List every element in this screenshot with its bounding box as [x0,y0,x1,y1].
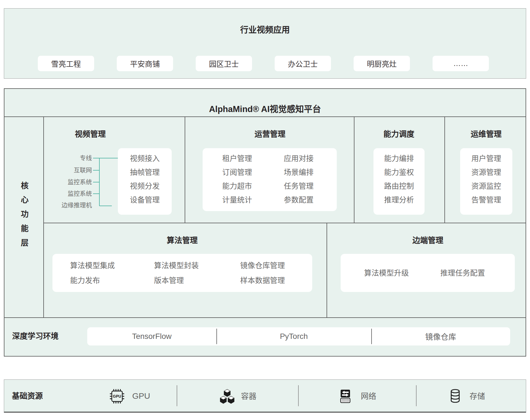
ops-mgmt-title: 运营管理 [238,129,302,139]
row-divider [43,223,526,223]
app-chip-more: …… [433,56,489,71]
ops-mgmt-item: 计量统计 [222,193,252,207]
app-chip-mingchu: 明厨亮灶 [354,56,410,71]
infra-title: 基础资源 [12,391,43,401]
ops-maint-box: 用户管理 资源管理 资源监控 告警管理 [460,148,512,215]
title-divider [4,116,526,117]
capability-sched-box: 能力编排 能力鉴权 路由控制 推理分析 [373,148,425,215]
ops-maint-item: 资源管理 [460,166,512,179]
video-source-label: 边缘推理机 [43,201,92,209]
capability-item: 推理分析 [373,193,425,207]
capability-sched-title: 能力调度 [367,129,431,139]
svg-text:GPU: GPU [113,394,121,398]
sidebar-divider [43,116,44,317]
capability-item: 路由控制 [373,179,425,193]
ops-mgmt-item: 参数配置 [284,193,314,207]
video-mgmt-title: 视频管理 [63,129,118,139]
algo-mgmt-item: 算法模型集成 [70,262,115,270]
ops-mgmt-item: 订阅管理 [222,166,252,179]
infra-divider [177,385,177,406]
core-layer-label: 核心功能层 [4,117,43,317]
edge-mgmt-box: 算法模型升级 推理任务配置 [341,254,515,292]
edge-mgmt-item: 推理任务配置 [440,269,485,277]
video-source-label: 互联网 [43,166,92,174]
ops-mgmt-item: 租户管理 [222,152,252,166]
infra-item-gpu-label: GPU [132,391,150,401]
ops-mgmt-item: 应用对接 [284,152,314,166]
infra-item-storage-label: 存储 [470,392,485,401]
app-chip-pingan: 平安商铺 [117,56,173,71]
ops-mgmt-item: 任务管理 [284,179,314,193]
container-cubes-icon [219,389,235,405]
dl-bar-divider [371,329,372,344]
capability-item: 能力编排 [373,152,425,166]
col-divider-1 [185,116,185,223]
infra-divider [298,385,299,406]
dl-env-label: 深度学习环境 [12,331,59,341]
dl-row-divider [4,317,526,318]
app-chip-xueliang: 雪亮工程 [38,56,94,71]
gpu-chip-icon: GPU [109,389,125,404]
app-chip-bangong: 办公卫士 [275,56,331,71]
industry-apps-panel: 行业视频应用 雪亮工程 平安商铺 园区卫士 办公卫士 明厨亮灶 …… [4,8,526,79]
algo-mgmt-title: 算法管理 [150,236,214,246]
infra-divider [416,385,417,406]
algo-mgmt-item: 能力发布 [70,277,100,285]
dl-env-item-registry: 镜像仓库 [371,327,510,345]
algo-mgmt-item: 样本数据管理 [240,277,285,285]
ops-maint-title: 运维管理 [454,129,518,139]
dl-bar-divider [216,329,217,344]
video-source-label: 监控系统 [43,178,92,186]
edge-mgmt-title: 边端管理 [396,236,460,246]
ops-maint-item: 资源监控 [460,179,512,193]
video-source-label: 监控系统 [43,190,92,198]
algo-mgmt-item: 镜像仓库管理 [240,262,285,270]
infra-panel: 基础资源 GPU GPU [4,379,526,413]
infra-item-network-label: 网络 [361,392,376,401]
storage-database-icon [447,389,463,404]
dl-env-bar: TensorFlow PyTorch 镜像仓库 [87,327,510,345]
capability-item: 能力鉴权 [373,166,425,179]
video-source-label: 专线 [43,154,92,162]
video-mgmt-box: 视频接入 抽帧管理 视频分发 设备管理 [118,148,172,215]
row2-col-divider [327,223,327,317]
algo-mgmt-item: 算法模型封装 [154,262,199,270]
ops-maint-item: 用户管理 [460,152,512,166]
platform-title: AlphaMind® AI视觉感知平台 [4,102,526,115]
algo-mgmt-box: 算法模型集成 算法模型封装 镜像仓库管理 能力发布 版本管理 样本数据管理 [52,254,312,292]
infra-item-container-label: 容器 [241,392,256,401]
edge-mgmt-item: 算法模型升级 [364,269,409,277]
video-mgmt-item: 抽帧管理 [118,166,172,179]
video-source-connector-lines [91,155,121,210]
video-mgmt-item: 视频接入 [118,152,172,166]
dl-env-item-pytorch: PyTorch [216,327,371,345]
dl-env-item-tensorflow: TensorFlow [87,327,216,345]
ops-mgmt-item: 能力超市 [222,179,252,193]
ops-mgmt-item: 场景编排 [284,166,314,179]
algo-mgmt-item: 版本管理 [154,277,184,285]
industry-apps-title: 行业视频应用 [4,23,526,35]
platform-panel: AlphaMind® AI视觉感知平台 核心功能层 视频管理 运营管理 能力调度… [4,88,526,357]
video-mgmt-item: 视频分发 [118,179,172,193]
ops-maint-item: 告警管理 [460,193,512,207]
network-switch-icon [338,389,353,404]
architecture-diagram: 行业视频应用 雪亮工程 平安商铺 园区卫士 办公卫士 明厨亮灶 …… Alpha… [0,0,530,420]
col-divider-2 [354,116,354,223]
ops-mgmt-box: 租户管理 订阅管理 能力超市 计量统计 应用对接 场景编排 任务管理 参数配置 [203,148,337,211]
video-mgmt-item: 设备管理 [118,193,172,207]
col-divider-3 [444,116,445,223]
app-chip-yuanqu: 园区卫士 [196,56,252,71]
